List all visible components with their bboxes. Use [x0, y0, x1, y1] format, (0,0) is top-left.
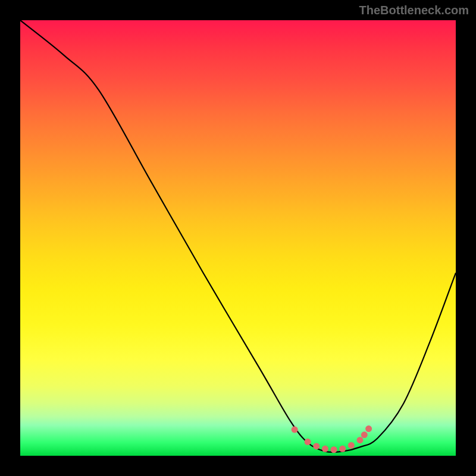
marker-dot — [361, 431, 368, 438]
marker-dot — [313, 443, 320, 449]
marker-dot — [339, 446, 346, 452]
marker-dot — [365, 425, 372, 432]
watermark-text: TheBottleneck.com — [359, 4, 469, 17]
bottleneck-curve — [20, 20, 456, 452]
marker-dot — [348, 442, 355, 449]
chart-container: TheBottleneck.com — [0, 0, 476, 476]
marker-dot — [322, 446, 328, 452]
marker-dot — [292, 427, 298, 433]
marker-dot — [356, 437, 363, 443]
marker-dot — [305, 439, 311, 445]
curve-svg — [20, 20, 456, 456]
marker-dot — [331, 446, 337, 453]
plot-area — [20, 20, 456, 456]
